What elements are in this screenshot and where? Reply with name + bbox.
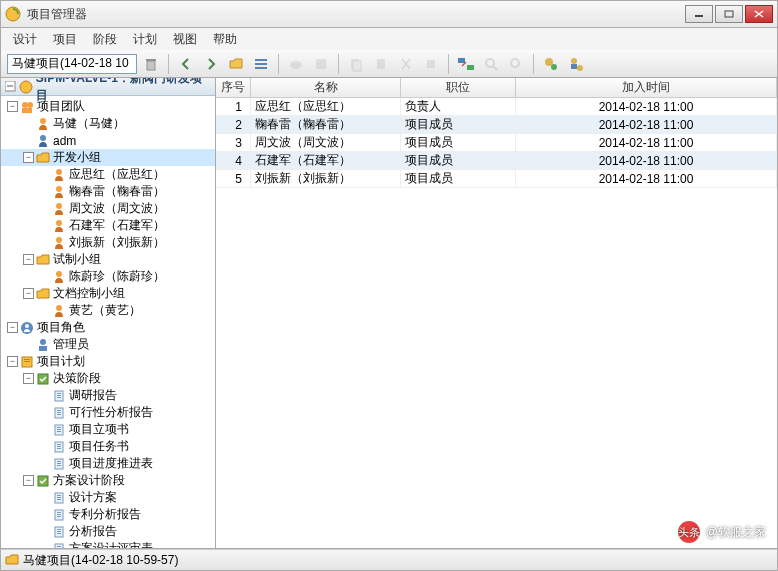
table-row[interactable]: 5刘振新（刘振新）项目成员2014-02-18 11:00 <box>216 170 777 188</box>
svg-rect-1 <box>695 15 703 17</box>
tree-item[interactable]: −开发小组 <box>1 149 215 166</box>
tree-item[interactable]: 项目进度推进表 <box>1 455 215 472</box>
puzzle-button <box>310 53 332 75</box>
cell-seq: 5 <box>216 170 251 187</box>
paste-button <box>370 53 392 75</box>
close-button[interactable] <box>745 5 773 23</box>
menu-project[interactable]: 项目 <box>45 29 85 50</box>
expander-icon[interactable]: − <box>23 475 34 486</box>
tree-item[interactable]: 专利分析报告 <box>1 506 215 523</box>
svg-rect-3 <box>147 61 155 70</box>
menu-view[interactable]: 视图 <box>165 29 205 50</box>
table-pane: 序号 名称 职位 加入时间 1应思红（应思红）负责人2014-02-18 11:… <box>216 78 777 548</box>
project-selector-value: 马健项目(14-02-18 10 <box>12 55 129 72</box>
tree-item[interactable]: −方案设计阶段 <box>1 472 215 489</box>
tree-item[interactable]: 陈蔚珍（陈蔚珍） <box>1 268 215 285</box>
tree-item[interactable]: −项目计划 <box>1 353 215 370</box>
tree-item[interactable]: 鞠春雷（鞠春雷） <box>1 183 215 200</box>
tree-item-label: 分析报告 <box>69 523 117 540</box>
table-row[interactable]: 3周文波（周文波）项目成员2014-02-18 11:00 <box>216 134 777 152</box>
maximize-button[interactable] <box>715 5 743 23</box>
col-time[interactable]: 加入时间 <box>516 78 777 97</box>
svg-point-26 <box>27 102 33 108</box>
tree-item-label: 周文波（周文波） <box>69 200 165 217</box>
tree-item[interactable]: 可行性分析报告 <box>1 404 215 421</box>
nav-forward-button[interactable] <box>200 53 222 75</box>
tree-item-label: 陈蔚珍（陈蔚珍） <box>69 268 165 285</box>
folder-icon <box>5 553 19 567</box>
tree-header[interactable]: SIPM-VALVE-1：新阀门研发项目 <box>1 78 215 96</box>
menu-plan[interactable]: 计划 <box>125 29 165 50</box>
expander-spacer <box>39 509 50 520</box>
svg-rect-62 <box>57 461 61 462</box>
delete-button[interactable] <box>140 53 162 75</box>
svg-rect-79 <box>57 546 61 547</box>
svg-rect-63 <box>57 463 61 464</box>
tree-item[interactable]: −试制小组 <box>1 251 215 268</box>
expander-icon[interactable]: − <box>7 356 18 367</box>
tree-item[interactable]: 项目任务书 <box>1 438 215 455</box>
col-role[interactable]: 职位 <box>401 78 516 97</box>
expander-icon[interactable]: − <box>23 373 34 384</box>
tree-item-label: 决策阶段 <box>53 370 101 387</box>
expander-icon[interactable]: − <box>23 288 34 299</box>
svg-rect-55 <box>57 429 61 430</box>
separator <box>533 54 534 74</box>
table-row[interactable]: 1应思红（应思红）负责人2014-02-18 11:00 <box>216 98 777 116</box>
tree-item[interactable]: 设计方案 <box>1 489 215 506</box>
user-settings-button[interactable] <box>565 53 587 75</box>
settings-button[interactable] <box>540 53 562 75</box>
open-folder-button[interactable] <box>225 53 247 75</box>
col-seq[interactable]: 序号 <box>216 78 251 97</box>
minimize-button[interactable] <box>685 5 713 23</box>
svg-rect-71 <box>57 512 61 513</box>
menu-design[interactable]: 设计 <box>5 29 45 50</box>
project-selector[interactable]: 马健项目(14-02-18 10 <box>7 54 137 74</box>
svg-point-22 <box>577 65 583 71</box>
tree-item-label: 项目立项书 <box>69 421 129 438</box>
nav-back-button[interactable] <box>175 53 197 75</box>
expander-spacer <box>39 424 50 435</box>
tree-item[interactable]: 调研报告 <box>1 387 215 404</box>
tree-item[interactable]: 项目立项书 <box>1 421 215 438</box>
cell-time: 2014-02-18 11:00 <box>516 170 777 187</box>
tree-item[interactable]: 应思红（应思红） <box>1 166 215 183</box>
expander-icon[interactable]: − <box>23 254 34 265</box>
tree-item[interactable]: 马健（马健） <box>1 115 215 132</box>
tree-item[interactable]: 刘振新（刘振新） <box>1 234 215 251</box>
tree-item[interactable]: adm <box>1 132 215 149</box>
cell-time: 2014-02-18 11:00 <box>516 134 777 151</box>
table-row[interactable]: 4石建军（石建军）项目成员2014-02-18 11:00 <box>216 152 777 170</box>
find-replace-button[interactable] <box>455 53 477 75</box>
tree-item[interactable]: 石建军（石建军） <box>1 217 215 234</box>
cell-seq: 1 <box>216 98 251 115</box>
tree-item[interactable]: 管理员 <box>1 336 215 353</box>
tree-item[interactable]: 周文波（周文波） <box>1 200 215 217</box>
svg-rect-14 <box>458 58 465 63</box>
expander-spacer <box>39 237 50 248</box>
tree-item[interactable]: 分析报告 <box>1 523 215 540</box>
tree-item[interactable]: 方案设计评审表 <box>1 540 215 548</box>
expander-icon[interactable]: − <box>7 322 18 333</box>
table-row[interactable]: 2鞠春雷（鞠春雷）项目成员2014-02-18 11:00 <box>216 116 777 134</box>
tree-item[interactable]: −项目角色 <box>1 319 215 336</box>
tree-item[interactable]: −决策阶段 <box>1 370 215 387</box>
menu-help[interactable]: 帮助 <box>205 29 245 50</box>
expander-icon[interactable]: − <box>23 152 34 163</box>
tree-pane: SIPM-VALVE-1：新阀门研发项目 −项目团队马健（马健）adm−开发小组… <box>1 78 216 548</box>
expander-icon[interactable]: − <box>7 101 18 112</box>
menu-phase[interactable]: 阶段 <box>85 29 125 50</box>
copy-button <box>345 53 367 75</box>
tree-item[interactable]: 黄艺（黄艺） <box>1 302 215 319</box>
svg-rect-69 <box>57 499 61 500</box>
svg-rect-4 <box>146 59 156 61</box>
svg-rect-15 <box>467 65 474 70</box>
status-tab[interactable]: 马健项目(14-02-18 10-59-57) <box>5 552 178 569</box>
svg-rect-48 <box>57 397 61 398</box>
svg-rect-67 <box>57 495 61 496</box>
svg-point-28 <box>40 118 46 124</box>
svg-rect-27 <box>22 108 32 113</box>
col-name[interactable]: 名称 <box>251 78 401 97</box>
list-button[interactable] <box>250 53 272 75</box>
tree-item[interactable]: −文档控制小组 <box>1 285 215 302</box>
